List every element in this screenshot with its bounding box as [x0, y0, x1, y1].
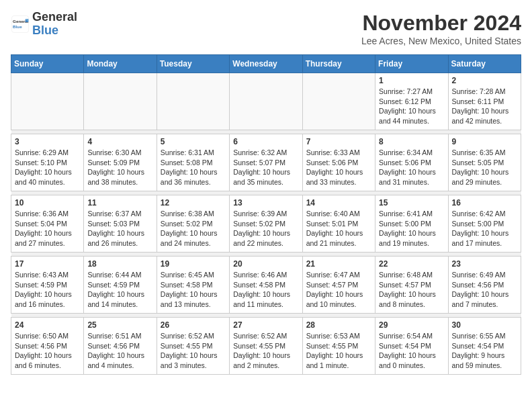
calendar-cell: 29Sunrise: 6:54 AM Sunset: 4:54 PM Dayli… [375, 318, 448, 375]
calendar-cell: 21Sunrise: 6:47 AM Sunset: 4:57 PM Dayli… [302, 257, 375, 314]
calendar-cell: 10Sunrise: 6:36 AM Sunset: 5:04 PM Dayli… [11, 195, 84, 253]
logo-icon: General Blue [11, 15, 30, 34]
day-number: 28 [306, 320, 371, 330]
day-info: Sunrise: 6:45 AM Sunset: 4:58 PM Dayligh… [161, 270, 226, 310]
day-info: Sunrise: 6:48 AM Sunset: 4:57 PM Dayligh… [379, 270, 444, 310]
day-number: 1 [379, 76, 444, 85]
day-info: Sunrise: 7:28 AM Sunset: 6:11 PM Dayligh… [452, 87, 517, 126]
weekday-header-thursday: Thursday [302, 55, 375, 73]
day-info: Sunrise: 6:49 AM Sunset: 4:56 PM Dayligh… [452, 270, 517, 310]
day-info: Sunrise: 6:40 AM Sunset: 5:01 PM Dayligh… [306, 209, 371, 248]
calendar-cell: 1Sunrise: 7:27 AM Sunset: 6:12 PM Daylig… [375, 73, 448, 130]
calendar-cell: 9Sunrise: 6:35 AM Sunset: 5:05 PM Daylig… [448, 134, 521, 191]
calendar-cell: 7Sunrise: 6:33 AM Sunset: 5:06 PM Daylig… [302, 134, 375, 191]
weekday-header-row: SundayMondayTuesdayWednesdayThursdayFrid… [11, 55, 521, 73]
location-text: Lee Acres, New Mexico, United States [361, 36, 521, 46]
day-info: Sunrise: 6:43 AM Sunset: 4:59 PM Dayligh… [15, 270, 80, 310]
calendar-cell: 8Sunrise: 6:34 AM Sunset: 5:06 PM Daylig… [375, 134, 448, 191]
calendar-cell: 5Sunrise: 6:31 AM Sunset: 5:08 PM Daylig… [157, 134, 229, 191]
weekday-header-friday: Friday [375, 55, 448, 73]
logo-blue-text: Blue [32, 24, 58, 37]
day-info: Sunrise: 6:37 AM Sunset: 5:03 PM Dayligh… [87, 209, 152, 248]
day-number: 11 [87, 198, 152, 208]
weekday-header-sunday: Sunday [11, 55, 84, 73]
day-number: 6 [233, 137, 298, 146]
calendar-table: SundayMondayTuesdayWednesdayThursdayFrid… [11, 54, 521, 375]
calendar-cell: 22Sunrise: 6:48 AM Sunset: 4:57 PM Dayli… [375, 257, 448, 314]
day-info: Sunrise: 6:35 AM Sunset: 5:05 PM Dayligh… [452, 148, 517, 187]
calendar-cell: 23Sunrise: 6:49 AM Sunset: 4:56 PM Dayli… [448, 257, 521, 314]
day-number: 30 [452, 320, 517, 330]
calendar-week-row: 24Sunrise: 6:50 AM Sunset: 4:56 PM Dayli… [11, 318, 521, 375]
calendar-cell: 13Sunrise: 6:39 AM Sunset: 5:02 PM Dayli… [230, 195, 302, 253]
day-number: 3 [15, 137, 80, 146]
day-number: 8 [379, 137, 444, 146]
calendar-week-row: 17Sunrise: 6:43 AM Sunset: 4:59 PM Dayli… [11, 257, 521, 314]
day-info: Sunrise: 6:39 AM Sunset: 5:02 PM Dayligh… [233, 209, 298, 248]
calendar-cell [11, 73, 84, 130]
calendar-cell [157, 73, 229, 130]
calendar-cell: 6Sunrise: 6:32 AM Sunset: 5:07 PM Daylig… [230, 134, 302, 191]
day-info: Sunrise: 6:54 AM Sunset: 4:54 PM Dayligh… [379, 331, 444, 371]
day-number: 27 [233, 320, 298, 330]
calendar-cell: 16Sunrise: 6:42 AM Sunset: 5:00 PM Dayli… [448, 195, 521, 253]
day-number: 18 [87, 259, 152, 269]
day-number: 26 [161, 320, 226, 330]
day-number: 14 [306, 198, 371, 208]
day-number: 10 [15, 198, 80, 208]
day-number: 22 [379, 259, 444, 269]
day-info: Sunrise: 6:36 AM Sunset: 5:04 PM Dayligh… [15, 209, 80, 248]
day-number: 13 [233, 198, 298, 208]
day-number: 9 [452, 137, 517, 146]
logo: General Blue General Blue [11, 11, 77, 38]
day-info: Sunrise: 6:53 AM Sunset: 4:55 PM Dayligh… [306, 331, 371, 371]
day-info: Sunrise: 6:51 AM Sunset: 4:56 PM Dayligh… [87, 331, 152, 371]
day-number: 17 [15, 259, 80, 269]
day-number: 2 [452, 76, 517, 85]
day-info: Sunrise: 6:47 AM Sunset: 4:57 PM Dayligh… [306, 270, 371, 310]
calendar-cell: 3Sunrise: 6:29 AM Sunset: 5:10 PM Daylig… [11, 134, 84, 191]
day-info: Sunrise: 7:27 AM Sunset: 6:12 PM Dayligh… [379, 87, 444, 126]
title-block: November 2024 Lee Acres, New Mexico, Uni… [361, 11, 521, 46]
calendar-cell [84, 73, 157, 130]
day-info: Sunrise: 6:41 AM Sunset: 5:00 PM Dayligh… [379, 209, 444, 248]
weekday-header-wednesday: Wednesday [230, 55, 302, 73]
calendar-cell [230, 73, 302, 130]
month-title: November 2024 [361, 11, 521, 36]
day-info: Sunrise: 6:30 AM Sunset: 5:09 PM Dayligh… [87, 148, 152, 187]
calendar-week-row: 1Sunrise: 7:27 AM Sunset: 6:12 PM Daylig… [11, 73, 521, 130]
calendar-cell: 24Sunrise: 6:50 AM Sunset: 4:56 PM Dayli… [11, 318, 84, 375]
calendar-week-row: 10Sunrise: 6:36 AM Sunset: 5:04 PM Dayli… [11, 195, 521, 253]
day-info: Sunrise: 6:32 AM Sunset: 5:07 PM Dayligh… [233, 148, 298, 187]
svg-text:Blue: Blue [13, 24, 22, 29]
day-number: 25 [87, 320, 152, 330]
day-number: 23 [452, 259, 517, 269]
day-info: Sunrise: 6:44 AM Sunset: 4:59 PM Dayligh… [87, 270, 152, 310]
day-number: 15 [379, 198, 444, 208]
day-number: 24 [15, 320, 80, 330]
weekday-header-monday: Monday [84, 55, 157, 73]
day-info: Sunrise: 6:34 AM Sunset: 5:06 PM Dayligh… [379, 148, 444, 187]
day-number: 7 [306, 137, 371, 146]
calendar-cell: 15Sunrise: 6:41 AM Sunset: 5:00 PM Dayli… [375, 195, 448, 253]
calendar-cell: 18Sunrise: 6:44 AM Sunset: 4:59 PM Dayli… [84, 257, 157, 314]
logo-general-text: General [32, 10, 77, 24]
day-number: 21 [306, 259, 371, 269]
calendar-week-row: 3Sunrise: 6:29 AM Sunset: 5:10 PM Daylig… [11, 134, 521, 191]
calendar-cell [302, 73, 375, 130]
day-number: 12 [161, 198, 226, 208]
day-info: Sunrise: 6:52 AM Sunset: 4:55 PM Dayligh… [161, 331, 226, 371]
day-info: Sunrise: 6:29 AM Sunset: 5:10 PM Dayligh… [15, 148, 80, 187]
day-info: Sunrise: 6:50 AM Sunset: 4:56 PM Dayligh… [15, 331, 80, 371]
day-info: Sunrise: 6:52 AM Sunset: 4:55 PM Dayligh… [233, 331, 298, 371]
calendar-cell: 19Sunrise: 6:45 AM Sunset: 4:58 PM Dayli… [157, 257, 229, 314]
day-info: Sunrise: 6:42 AM Sunset: 5:00 PM Dayligh… [452, 209, 517, 248]
calendar-cell: 30Sunrise: 6:55 AM Sunset: 4:54 PM Dayli… [448, 318, 521, 375]
day-number: 29 [379, 320, 444, 330]
page-header: General Blue General Blue November 2024 … [11, 11, 521, 46]
day-number: 5 [161, 137, 226, 146]
calendar-cell: 27Sunrise: 6:52 AM Sunset: 4:55 PM Dayli… [230, 318, 302, 375]
day-info: Sunrise: 6:33 AM Sunset: 5:06 PM Dayligh… [306, 148, 371, 187]
calendar-cell: 14Sunrise: 6:40 AM Sunset: 5:01 PM Dayli… [302, 195, 375, 253]
calendar-cell: 28Sunrise: 6:53 AM Sunset: 4:55 PM Dayli… [302, 318, 375, 375]
